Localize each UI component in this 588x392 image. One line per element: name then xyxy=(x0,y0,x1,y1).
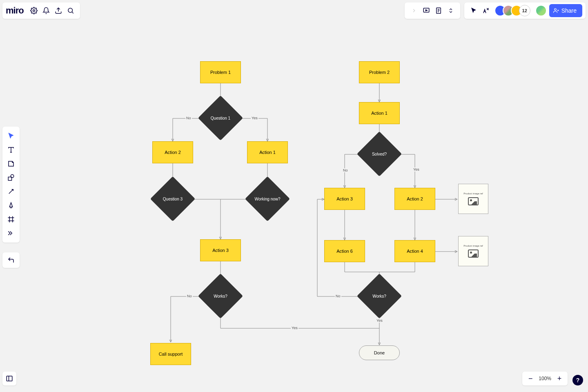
canvas[interactable]: Problem 1 Question 1 No Yes Action 2 Act… xyxy=(0,0,588,392)
edge-label-yes: Yes xyxy=(376,318,383,323)
node-image-ref-2[interactable]: Product image ref xyxy=(458,236,488,266)
node-problem-2[interactable]: Problem 2 xyxy=(359,61,400,83)
edge-label-no: No xyxy=(335,294,341,298)
edge-label-no: No xyxy=(342,168,349,172)
node-action-1[interactable]: Action 1 xyxy=(247,141,288,163)
node-working-now[interactable]: Working now? xyxy=(252,183,283,215)
node-question-1[interactable]: Question 1 xyxy=(205,102,236,134)
edge-label-yes: Yes xyxy=(412,167,420,172)
node-image-ref-1[interactable]: Product image ref xyxy=(458,184,488,214)
edge-label-yes: Yes xyxy=(291,326,298,330)
node-action-2[interactable]: Action 2 xyxy=(152,141,193,163)
node-action-4[interactable]: Action 4 xyxy=(394,240,435,262)
edge-label-no: No xyxy=(186,294,193,298)
node-works-left[interactable]: Works? xyxy=(205,280,236,312)
node-call-support[interactable]: Call support xyxy=(150,343,191,365)
node-problem-1[interactable]: Problem 1 xyxy=(200,61,241,83)
node-solved[interactable]: Solved? xyxy=(363,138,395,170)
node-action-3-right[interactable]: Action 3 xyxy=(324,188,365,210)
node-action-2-right[interactable]: Action 2 xyxy=(394,188,435,210)
connectors xyxy=(0,0,588,392)
node-action-3-left[interactable]: Action 3 xyxy=(200,239,241,261)
node-works-right[interactable]: Works? xyxy=(363,280,395,312)
edge-label-no: No xyxy=(185,116,192,120)
node-action-6[interactable]: Action 6 xyxy=(324,240,365,262)
node-done[interactable]: Done xyxy=(359,345,400,360)
edge-label-yes: Yes xyxy=(251,116,258,120)
node-action-1-right[interactable]: Action 1 xyxy=(359,102,400,124)
node-question-3[interactable]: Question 3 xyxy=(157,183,189,215)
